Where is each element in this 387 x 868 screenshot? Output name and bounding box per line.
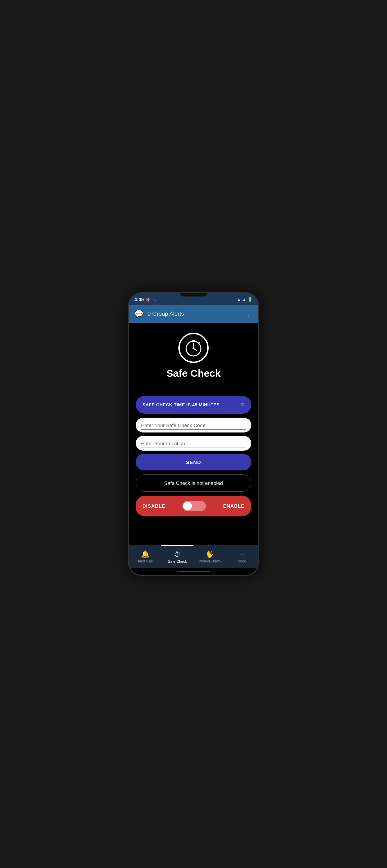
nav-label-alert-call: Alert Call: [138, 559, 153, 563]
list-menu-icon: ≡: [241, 401, 244, 408]
safe-check-time-label: SAFE CHECK TIME IS 45 MINUTES: [143, 402, 220, 407]
home-indicator: [129, 568, 258, 575]
enable-disable-toggle-bar: DISABLE ENABLE: [136, 496, 251, 517]
battery-icon: 🔋: [247, 297, 252, 302]
code-input-container: [136, 418, 251, 433]
nav-label-more: More: [238, 559, 246, 563]
location-input[interactable]: [141, 437, 246, 448]
enable-label: ENABLE: [223, 503, 244, 509]
alert-call-icon: 🔔: [141, 550, 149, 558]
phone-frame: 4:05 🔇 📞 ▲ ▲ 🔋 💬 0 Group Alerts ⋮: [128, 292, 259, 576]
app-bar-title: 0 Group Alerts: [147, 311, 245, 317]
send-button[interactable]: SEND: [136, 454, 251, 470]
nav-item-worker-down[interactable]: 🖐 Worker Down: [194, 545, 226, 568]
status-right: ▲ ▲ 🔋: [237, 297, 252, 302]
phone-icon: 📞: [152, 298, 157, 302]
mute-icon: 🔇: [146, 298, 150, 302]
nav-label-safe-check: Safe Check: [168, 559, 187, 563]
signal-icon: ▲: [242, 297, 246, 302]
chat-bubble-icon: 💬: [135, 310, 144, 318]
nav-label-worker-down: Worker Down: [199, 559, 221, 563]
safe-check-nav-icon: ⏱: [174, 551, 181, 558]
nav-item-alert-call[interactable]: 🔔 Alert Call: [129, 545, 161, 568]
status-time: 4:05: [135, 297, 144, 302]
safe-check-time-button[interactable]: SAFE CHECK TIME IS 45 MINUTES ≡: [136, 396, 251, 414]
more-options-button[interactable]: ⋮: [245, 310, 252, 318]
nav-item-more[interactable]: ··· More: [226, 545, 258, 568]
location-input-container: [136, 436, 251, 451]
main-content: Safe Check SAFE CHECK TIME IS 45 MINUTES…: [129, 323, 258, 545]
notch: [180, 293, 207, 297]
safe-check-code-input[interactable]: [141, 419, 246, 430]
app-title: Safe Check: [166, 368, 221, 379]
logo-svg: [183, 338, 204, 358]
app-bar: 💬 0 Group Alerts ⋮: [129, 305, 258, 323]
nav-item-safe-check[interactable]: ⏱ Safe Check: [161, 545, 194, 568]
toggle-knob: [183, 502, 192, 510]
more-nav-icon: ···: [239, 550, 245, 558]
disable-label: DISABLE: [143, 503, 165, 509]
home-bar: [177, 571, 210, 572]
app-logo: [178, 333, 209, 363]
wifi-icon: ▲: [237, 297, 241, 302]
status-left: 4:05 🔇 📞: [135, 297, 157, 302]
safe-check-status-message: Safe Check is not enabled: [136, 474, 251, 492]
worker-down-icon: 🖐: [206, 550, 214, 558]
toggle-switch[interactable]: [182, 501, 206, 511]
bottom-navigation: 🔔 Alert Call ⏱ Safe Check 🖐 Worker Down …: [129, 545, 258, 568]
svg-rect-4: [192, 340, 195, 341]
